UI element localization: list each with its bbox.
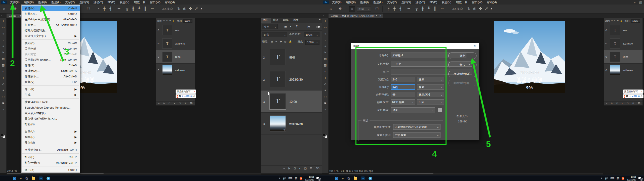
file-menu-item[interactable]: 搜索 Adobe Stock... xyxy=(22,99,80,105)
sogou-tray-icon[interactable]: S xyxy=(300,177,302,180)
edge-browser-icon[interactable]: e xyxy=(47,177,50,180)
filter-adjustment-icon[interactable]: ◐ xyxy=(290,25,292,28)
move-tool-icon[interactable]: ✥ xyxy=(339,7,342,11)
align-center-icon[interactable]: ╪ xyxy=(393,7,396,11)
lock-position-icon[interactable]: ✥ xyxy=(280,40,282,43)
lock-position-icon[interactable]: ✥ xyxy=(169,20,171,22)
pixel-aspect-select[interactable]: 方形像素 xyxy=(393,132,440,138)
tool-button[interactable]: ▨ xyxy=(322,62,329,68)
menu-bar-item[interactable]: 文字(Y) xyxy=(385,0,399,5)
lock-all-icon[interactable]: 🔒 xyxy=(172,20,175,22)
tool-button[interactable]: ◉ xyxy=(0,100,7,106)
panel-action-icon[interactable]: ⌦ xyxy=(638,102,640,104)
blend-mode-select[interactable]: 正常 xyxy=(262,32,287,37)
resolution-unit-select[interactable]: 像素/英寸 xyxy=(417,92,444,97)
close-icon[interactable]: × xyxy=(641,90,642,94)
menu-bar-item[interactable]: 编辑(E) xyxy=(344,0,358,5)
3d-camera-icon[interactable]: ⏵ xyxy=(491,7,492,11)
color-mode-select[interactable]: RGB 颜色 xyxy=(391,99,415,105)
home-icon[interactable]: ⌂ xyxy=(330,7,332,11)
menu-bar-item[interactable]: 增效工具 xyxy=(132,0,147,5)
file-menu-item[interactable] xyxy=(22,145,80,147)
filter-type-select[interactable]: 类型 xyxy=(262,24,278,29)
tool-button[interactable]: ✛ xyxy=(0,18,7,24)
tool-button[interactable]: ◐ xyxy=(0,68,7,75)
layer-row[interactable]: ⊙ wallhaven xyxy=(604,64,642,77)
file-menu-item[interactable]: 退出(X) Ctrl+Q xyxy=(22,167,80,173)
tool-button[interactable]: T xyxy=(322,75,329,81)
taskbar-search-icon[interactable]: ⌕ xyxy=(342,176,344,180)
panel-action-icon[interactable]: ▢ xyxy=(179,102,181,104)
lock-position-icon[interactable]: ✥ xyxy=(617,20,619,22)
file-menu-item[interactable]: 打印一份(Y) Alt+Shift+Ctrl+P xyxy=(22,160,80,165)
tool-button[interactable]: ◇ xyxy=(322,81,329,87)
horizontal-scrollbar[interactable] xyxy=(7,173,261,174)
width-input[interactable]: 240 xyxy=(391,77,415,82)
menu-bar-item[interactable]: 视图(V) xyxy=(118,0,131,5)
panel-action-icon[interactable]: ◻ xyxy=(616,102,618,104)
tool-button[interactable]: ⌖ xyxy=(322,87,329,94)
file-menu-item[interactable]: 自动(U) ▶ xyxy=(22,129,80,134)
file-menu-item[interactable] xyxy=(22,98,80,99)
3d-rotate-icon[interactable]: ↻ xyxy=(177,7,180,11)
tool-button[interactable]: ▨ xyxy=(0,62,7,68)
layer-row[interactable]: ⊙ wallhaven xyxy=(156,64,195,77)
sogou-logo[interactable]: S xyxy=(624,95,625,98)
panel-action-icon[interactable]: ⊞ xyxy=(185,102,186,104)
panel-action-icon[interactable]: fx xyxy=(611,102,613,104)
layer-thumbnail[interactable] xyxy=(270,49,286,65)
file-menu-item[interactable]: 文件简介(F)... Alt+Shift+Ctrl+I xyxy=(22,147,80,153)
tool-button[interactable]: ⌁ xyxy=(322,37,329,43)
layer-row[interactable]: ⊙ 99% xyxy=(604,24,642,37)
menu-bar-item[interactable]: 增效工具 xyxy=(454,0,469,5)
lock-transparent-icon[interactable]: ⊞ xyxy=(163,20,165,22)
layer-thumbnail[interactable] xyxy=(270,93,286,109)
layer-thumbnail[interactable] xyxy=(610,25,620,35)
sogou-toolbox-icon[interactable]: ▦ xyxy=(190,95,192,98)
filter-pixel-icon[interactable]: ▦ xyxy=(284,25,287,28)
horizontal-scrollbar[interactable] xyxy=(329,173,603,174)
layer-row[interactable]: ⊙ 12:00 xyxy=(156,50,195,64)
color-swatches[interactable] xyxy=(323,134,328,138)
ime-language[interactable]: 英 xyxy=(617,176,619,180)
layer-row[interactable]: ⊙ 12:00 xyxy=(261,90,322,113)
fill-select[interactable]: 100% xyxy=(183,19,192,23)
distribute-middle-icon[interactable]: ╫ xyxy=(422,7,424,11)
visibility-eye-icon[interactable]: ⊙ xyxy=(605,56,607,58)
tool-button[interactable]: ○ xyxy=(322,31,329,37)
layer-row[interactable]: ⊙ wallhaven xyxy=(261,113,322,135)
transform-controls-icon[interactable]: ⬚ xyxy=(375,7,379,11)
tool-button[interactable]: ✎ xyxy=(322,50,329,56)
file-menu-item[interactable]: 导出(E) ▶ xyxy=(22,86,80,92)
lock-artboard-icon[interactable]: ⊡ xyxy=(284,40,286,43)
zoom-level[interactable]: 194.87% xyxy=(7,169,17,172)
layer-thumbnail[interactable] xyxy=(610,52,620,62)
move-tool-icon[interactable]: ✥ xyxy=(14,7,17,11)
layer-row[interactable]: ⊙ 2023/9/30 xyxy=(604,37,642,50)
taskbar-clock[interactable]: 13:51 2023/9/30 xyxy=(305,176,314,181)
visibility-eye-icon[interactable]: ⊙ xyxy=(263,56,265,59)
sogou-lang[interactable]: 英 xyxy=(626,95,628,98)
auto-select-icon[interactable]: ≋ xyxy=(349,6,355,12)
tool-button[interactable]: ⌁ xyxy=(0,37,7,43)
lock-transparent-icon[interactable]: ⊞ xyxy=(611,20,613,22)
file-explorer-icon[interactable] xyxy=(354,177,357,180)
sogou-down-icon[interactable]: ⇓ xyxy=(182,95,184,98)
opacity-select[interactable]: 100% xyxy=(304,32,319,37)
menu-bar-item[interactable]: 视图(V) xyxy=(440,0,453,5)
menu-bar-item[interactable]: 窗口(W) xyxy=(470,0,485,5)
visibility-eye-icon[interactable]: ⊙ xyxy=(263,78,265,81)
panel-action-icon[interactable]: ⊞ xyxy=(310,167,312,170)
task-view-icon[interactable]: ⧉ xyxy=(26,176,28,180)
sogou-mic-icon[interactable]: ♦ xyxy=(184,95,186,98)
bit-depth-select[interactable]: 8 位 xyxy=(417,99,444,105)
visibility-eye-icon[interactable]: ⊙ xyxy=(605,42,607,45)
file-menu-item[interactable] xyxy=(22,165,80,167)
photoshop-taskbar-icon[interactable]: Ps xyxy=(361,176,365,180)
notification-center-icon[interactable]: 3 xyxy=(638,177,642,180)
fill-select[interactable]: 100% xyxy=(631,19,640,23)
file-menu-item[interactable]: 存储(S) Ctrl+S xyxy=(22,63,80,68)
file-menu-item[interactable]: 关闭其它 Alt+Ctrl+P xyxy=(22,52,80,57)
panel-action-icon[interactable]: ▢ xyxy=(304,167,307,170)
3d-slide-icon[interactable]: ⤢ xyxy=(485,7,488,11)
